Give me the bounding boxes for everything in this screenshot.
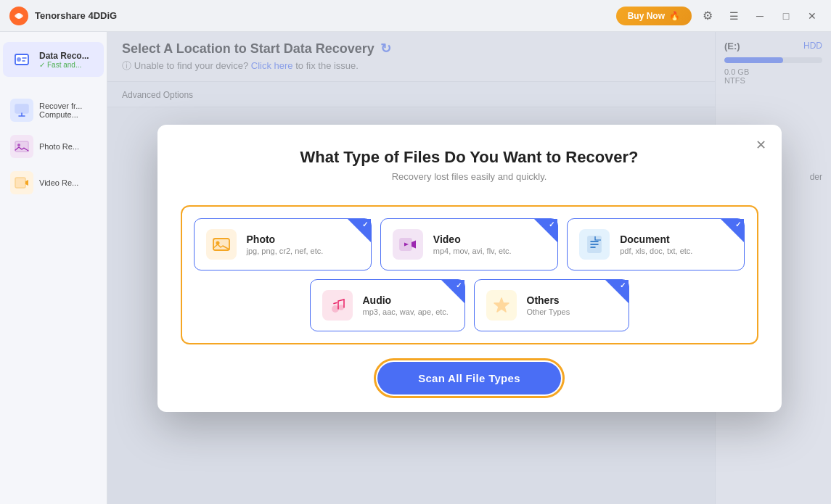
video-repair-label: Video Re... [39,178,78,187]
file-type-video[interactable]: Video mp4, mov, avi, flv, etc. [380,218,558,270]
photo-icon [206,229,237,260]
menu-icon[interactable]: ☰ [724,6,744,26]
file-type-row1: Photo jpg, png, cr2, nef, etc. [194,218,745,270]
video-desc: mp4, mov, avi, flv, etc. [433,247,546,255]
svg-point-13 [332,306,338,312]
audio-name: Audio [363,294,453,306]
audio-desc: mp3, aac, wav, ape, etc. [363,307,453,316]
modal-overlay: ✕ What Type of Files Do You Want to Reco… [107,32,831,504]
svg-marker-15 [494,298,509,312]
file-type-audio[interactable]: Audio mp3, aac, wav, ape, etc. [310,279,465,331]
svg-point-1 [17,14,21,18]
sidebar-item-main[interactable]: Data Reco... ✓ Fast and... [3,42,104,77]
video-repair-icon [10,171,33,194]
document-info: Document pdf, xls, doc, txt, etc. [620,234,732,255]
scan-button-wrapper: Scan All File Types [181,362,758,394]
minimize-button[interactable]: ─ [750,6,770,26]
file-type-others[interactable]: Others Other Types [474,279,629,331]
photo-name: Photo [247,234,359,245]
others-desc: Other Types [527,307,617,316]
buy-now-label: Buy Now [628,11,665,21]
file-type-photo[interactable]: Photo jpg, png, cr2, nef, etc. [194,218,372,270]
scan-all-file-types-button[interactable]: Scan All File Types [377,362,561,394]
others-icon [486,290,517,321]
others-name: Others [527,294,617,306]
sidebar-item-photo-repair[interactable]: Photo Re... [3,129,104,164]
video-info: Video mp4, mov, avi, flv, etc. [433,234,546,255]
close-button[interactable]: ✕ [802,6,822,26]
file-type-modal: ✕ What Type of Files Do You Want to Reco… [157,125,782,412]
main-sidebar-info: Data Reco... ✓ Fast and... [39,51,89,69]
photo-check-badge [348,219,371,242]
modal-header: What Type of Files Do You Want to Recove… [157,125,782,194]
titlebar: Tenorshare 4DDiG Buy Now 🔥 ⚙ ☰ ─ □ ✕ [0,0,831,32]
modal-subtitle: Recovery lost files easily and quickly. [187,171,753,182]
modal-body: Photo jpg, png, cr2, nef, etc. [157,194,782,412]
file-type-row2: Audio mp3, aac, wav, ape, etc. [194,279,745,331]
svg-point-3 [17,57,21,62]
svg-rect-7 [15,178,25,188]
video-name: Video [433,234,546,245]
document-check-badge [721,219,744,242]
audio-icon [322,290,353,321]
svg-point-14 [339,305,343,310]
maximize-button[interactable]: □ [776,6,796,26]
audio-info: Audio mp3, aac, wav, ape, etc. [363,294,453,316]
audio-check-badge [441,280,464,303]
svg-rect-4 [15,104,28,113]
video-icon [393,229,423,260]
computer-icon [10,99,33,122]
others-info: Others Other Types [527,294,617,316]
file-type-grid-wrapper: Photo jpg, png, cr2, nef, etc. [181,205,758,344]
app-body: Data Reco... ✓ Fast and... Recover fr...… [0,32,831,504]
main-area: Select A Location to Start Data Recovery… [107,32,831,504]
app-title: Tenorshare 4DDiG [35,10,616,21]
sidebar-item-recover-computer[interactable]: Recover fr...Compute... [3,93,104,128]
photo-desc: jpg, png, cr2, nef, etc. [247,247,359,255]
sidebar-item-video-repair[interactable]: Video Re... [3,165,104,200]
document-desc: pdf, xls, doc, txt, etc. [620,247,732,255]
svg-point-6 [17,144,20,146]
sidebar: Data Reco... ✓ Fast and... Recover fr...… [0,32,107,504]
settings-icon[interactable]: ⚙ [697,6,718,26]
titlebar-actions: Buy Now 🔥 ⚙ ☰ ─ □ ✕ [616,6,822,26]
main-sidebar-label: Data Reco... [39,51,89,61]
others-check-badge [605,280,629,303]
modal-close-button[interactable]: ✕ [751,135,771,155]
main-icon [10,48,33,71]
buy-now-button[interactable]: Buy Now 🔥 [616,7,692,25]
photo-info: Photo jpg, png, cr2, nef, etc. [247,234,359,255]
modal-title: What Type of Files Do You Want to Recove… [187,148,753,167]
file-type-document[interactable]: Document pdf, xls, doc, txt, etc. [567,218,745,270]
photo-repair-icon [10,135,33,158]
recover-computer-label: Recover fr...Compute... [39,102,82,119]
main-sidebar-sublabel: ✓ Fast and... [39,61,89,69]
photo-repair-label: Photo Re... [39,142,79,151]
video-check-badge [534,219,557,242]
document-name: Document [620,234,732,245]
app-logo [9,6,29,26]
document-icon [579,229,610,260]
fire-icon: 🔥 [669,11,680,21]
